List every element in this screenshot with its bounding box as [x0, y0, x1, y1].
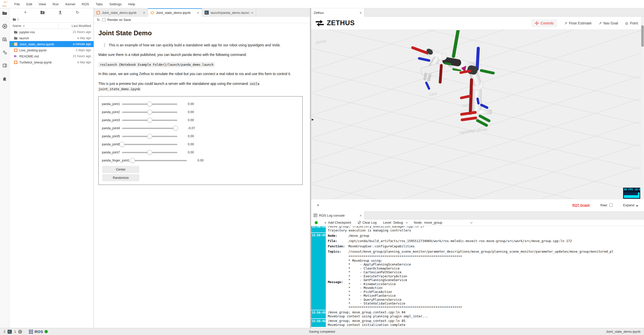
raw-checkbox[interactable]	[609, 204, 613, 207]
close-icon[interactable]: ×	[143, 11, 145, 15]
breadcrumb-root[interactable]: /	[18, 18, 19, 21]
scrollbar-thumb[interactable]	[641, 25, 644, 47]
menu-file[interactable]: File	[11, 2, 23, 6]
menu-run[interactable]: Run	[49, 2, 62, 6]
nav-goal-button[interactable]: ↗ Nav Goal	[599, 21, 618, 25]
tab-zethus[interactable]: Zethus ×	[311, 8, 365, 17]
status-bar: 2 s_ 1 ROS Saving completed Joint_state_…	[0, 328, 644, 335]
arrow-icon: ↗	[599, 21, 602, 25]
ros-status-indicator[interactable]: ROS	[29, 329, 48, 334]
point-button[interactable]: ◎ Point	[625, 21, 638, 25]
property-inspector-icon[interactable]	[2, 50, 8, 55]
close-icon[interactable]: ×	[359, 213, 362, 218]
terminal-count[interactable]: 2	[4, 330, 5, 333]
menu-bar: File Edit View Run Kernel ROS Tabs Setti…	[0, 0, 644, 8]
slider-value: 0.00	[188, 110, 194, 114]
refresh-preview-icon[interactable]: ↻	[97, 18, 100, 22]
log-area[interactable]: 15:56:45 /move_group; trajectory_executi…	[311, 226, 644, 328]
tab-joint-state-demo-notebook[interactable]: Joint_state_demo.ipynb ×	[94, 8, 148, 16]
slider-panda-joint5[interactable]	[122, 136, 177, 137]
menu-view[interactable]: View	[35, 2, 49, 6]
slider-value: 0.00	[188, 151, 194, 154]
render-on-save-checkbox[interactable]	[102, 18, 105, 21]
tab-panda-demo-launch[interactable]: s_ launch/panda_demo.launch ×	[202, 8, 256, 16]
controls-button[interactable]: Controls	[531, 19, 557, 27]
rqt-graph-link[interactable]: RQT Graph	[572, 203, 590, 207]
command-palette-icon[interactable]	[2, 37, 8, 42]
log-timestamp: 15:56:45	[311, 319, 326, 327]
column-name-header[interactable]: Name	[13, 24, 21, 28]
column-modified-header[interactable]: Last Modified	[58, 23, 94, 29]
slider-handle[interactable]	[130, 158, 135, 163]
slider-handle[interactable]	[147, 110, 152, 115]
breadcrumb[interactable]: /	[10, 16, 94, 22]
main-dock-panel: Joint_state_demo.ipynb × Joint_state_dem…	[94, 8, 310, 328]
running-kernels-icon[interactable]	[2, 23, 8, 29]
menu-settings[interactable]: Settings	[106, 2, 125, 6]
menu-ros[interactable]: ROS	[78, 2, 92, 6]
add-visualization-button[interactable]: +	[317, 203, 319, 208]
refresh-file-list-icon[interactable]: ↻	[76, 10, 79, 15]
fps-meter[interactable]: 60 FPS (0-61)	[623, 188, 640, 199]
slider-value: -0.07	[188, 126, 195, 130]
slider-panda-joint6[interactable]	[122, 144, 177, 145]
slider-row: panda_joint3 0.00	[102, 116, 302, 124]
file-row[interactable]: launch a day ago	[10, 35, 94, 41]
slider-handle[interactable]	[147, 134, 152, 139]
menu-tabs[interactable]: Tabs	[92, 2, 106, 6]
tab-joint-state-demo-preview[interactable]: Joint_state_demo.ipynb ×	[148, 8, 202, 17]
file-browser-icon[interactable]	[2, 10, 8, 16]
file-row[interactable]: jupyter-ros 21 hours ago	[10, 29, 94, 35]
slider-handle[interactable]	[147, 118, 152, 123]
file-row[interactable]: Turtlebot_teleop.ipynb a day ago	[10, 59, 94, 65]
3d-viewport[interactable]: link3 link 1 link2 panda rightfinger pan…	[311, 30, 644, 199]
chevron-down-icon	[470, 221, 473, 223]
new-launcher-icon[interactable]: +	[24, 10, 27, 15]
tab-ros-log-console[interactable]: ROS Log console ×	[311, 211, 365, 219]
open-tabs-icon[interactable]	[2, 63, 8, 68]
close-icon[interactable]: ×	[197, 11, 199, 15]
new-folder-icon[interactable]	[40, 10, 45, 14]
slider-panda-joint3[interactable]	[122, 120, 177, 121]
slider-panda-joint7[interactable]	[122, 152, 177, 153]
slider-panda-finger-joint1[interactable]	[132, 160, 187, 161]
slider-panda-joint1[interactable]	[122, 104, 177, 105]
jupyterlab-app: File Edit View Run Kernel ROS Tabs Setti…	[0, 0, 644, 335]
ros-log-console-panel: ROS Log console × + Add Checkpoint Clear…	[311, 211, 644, 328]
add-checkpoint-button[interactable]: + Add Checkpoint	[324, 220, 351, 225]
expand-button[interactable]: Expand ▲	[623, 203, 638, 207]
level-select[interactable]: Debug	[393, 221, 407, 224]
close-icon[interactable]: ×	[251, 11, 253, 15]
sidebar-expand-handle[interactable]: ▶	[312, 118, 314, 121]
slider-handle[interactable]	[173, 126, 178, 131]
file-row[interactable]: M↓ README.md 21 hours ago	[10, 53, 94, 59]
slider-handle[interactable]	[119, 142, 125, 147]
menu-kernel[interactable]: Kernel	[62, 2, 78, 6]
kernel-count[interactable]: 1	[14, 330, 16, 333]
log-entry: 15:56:45 /move_group; move_group_context…	[311, 319, 644, 327]
sort-asc-icon[interactable]: ▲	[23, 25, 25, 27]
menu-help[interactable]: Help	[125, 2, 138, 6]
file-row[interactable]: Live_plotting.ipynb 2 days ago	[10, 47, 94, 53]
raw-label: Raw:	[600, 203, 608, 207]
pose-estimate-button[interactable]: ↗ Pose Estimate	[564, 21, 592, 25]
notebook-icon	[14, 60, 18, 64]
log-timestamp: 15:56:45	[311, 233, 326, 310]
paragraph: In this case, we are using Zethus to sim…	[98, 71, 302, 77]
upload-icon[interactable]	[58, 10, 62, 14]
zethus-panel: Zethus × ZETHUS Controls	[311, 8, 644, 211]
close-icon[interactable]: ×	[359, 11, 362, 15]
clear-log-button[interactable]: Clear Log	[358, 221, 377, 224]
menu-edit[interactable]: Edit	[23, 2, 35, 6]
connection-status-dot	[315, 221, 318, 224]
slider-panda-joint4[interactable]	[122, 128, 177, 129]
center-button[interactable]: Center	[102, 166, 139, 173]
file-row-selected[interactable]: Joint_state_demo.ipynb a minute ago	[10, 41, 94, 47]
slider-handle[interactable]	[147, 150, 152, 155]
extension-manager-icon[interactable]	[2, 76, 8, 81]
scrollbar[interactable]	[641, 17, 644, 199]
slider-handle[interactable]	[147, 102, 152, 107]
node-select[interactable]: move_group	[424, 221, 472, 224]
slider-panda-joint2[interactable]	[122, 112, 177, 113]
randomize-button[interactable]: Randomize	[102, 174, 139, 181]
